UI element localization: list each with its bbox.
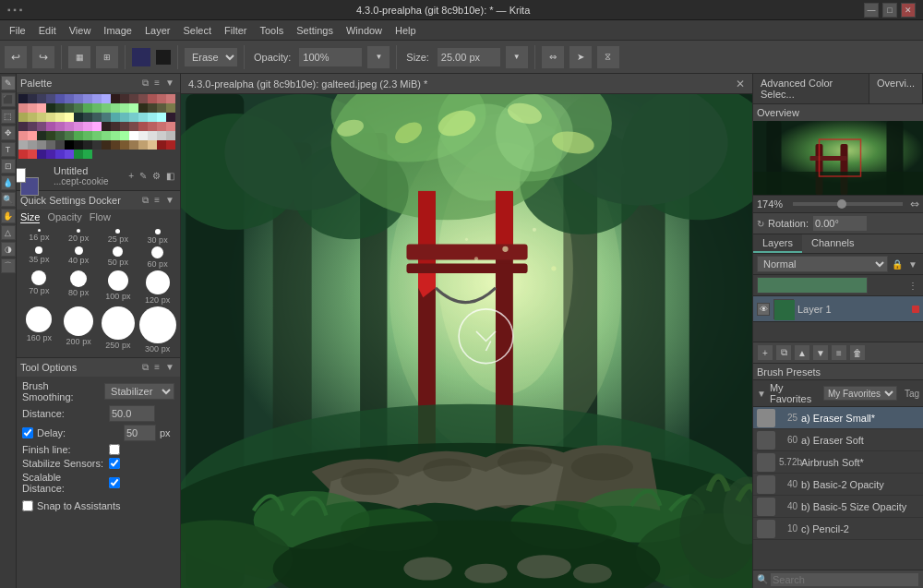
color-swatch-1[interactable] <box>28 94 37 103</box>
to-float-button[interactable]: ⧉ <box>140 362 150 373</box>
color-swatch-21[interactable] <box>55 103 65 113</box>
color-swatch-97[interactable] <box>129 140 138 150</box>
color-swatch-81[interactable] <box>138 131 148 140</box>
brush-size-item-11[interactable]: 120 px <box>138 270 176 305</box>
color-swatch-80[interactable] <box>129 131 138 140</box>
favorites-select[interactable]: My Favorites <box>823 386 897 401</box>
color-swatch-38[interactable] <box>55 113 65 122</box>
blend-mode-select[interactable]: Normal <box>757 256 888 272</box>
color-swatch-27[interactable] <box>111 103 120 113</box>
color-swatch-4[interactable] <box>55 94 65 103</box>
tab-opacity[interactable]: Opacity <box>47 211 81 223</box>
color-swatch-91[interactable] <box>74 140 83 150</box>
color-swatch-16[interactable] <box>166 94 175 103</box>
color-swatch-32[interactable] <box>157 103 166 113</box>
color-swatch-45[interactable] <box>120 113 129 122</box>
color-swatch-19[interactable] <box>37 103 46 113</box>
color-swatch-8[interactable] <box>92 94 102 103</box>
tool-shape[interactable]: △ <box>1 225 16 240</box>
tool-select[interactable]: ⬚ <box>1 109 16 124</box>
delay-input[interactable] <box>124 425 156 441</box>
palette-float-button[interactable]: ⧉ <box>140 78 150 89</box>
menu-item-layer[interactable]: Layer <box>139 23 176 38</box>
tool-fill[interactable]: ⬛ <box>1 92 16 107</box>
color-swatch-7[interactable] <box>83 94 92 103</box>
color-swatch-42[interactable] <box>92 113 102 122</box>
color-swatch-86[interactable] <box>28 140 37 150</box>
color-swatch-87[interactable] <box>37 140 46 150</box>
brush-preset-item-1[interactable]: 60a) Eraser Soft <box>753 429 923 451</box>
to-collapse-button[interactable]: ▼ <box>163 362 176 373</box>
color-swatch-34[interactable] <box>18 113 28 122</box>
brush-size-item-10[interactable]: 100 px <box>100 270 138 305</box>
tool-gradient[interactable]: ◑ <box>1 242 16 257</box>
color-swatch-54[interactable] <box>46 122 55 131</box>
color-swatch-61[interactable] <box>111 122 120 131</box>
color-swatch-5[interactable] <box>65 94 74 103</box>
color-swatch-44[interactable] <box>111 113 120 122</box>
color-swatch-108[interactable] <box>74 150 83 159</box>
palette-settings-button[interactable]: ⚙ <box>150 171 162 181</box>
color-swatch-6[interactable] <box>74 94 83 103</box>
menu-item-file[interactable]: File <box>4 23 31 38</box>
qs-menu-button[interactable]: ≡ <box>152 195 162 206</box>
color-swatch-3[interactable] <box>46 94 55 103</box>
color-swatch-17[interactable] <box>18 103 28 113</box>
opacity-arrow-button[interactable]: ▼ <box>366 45 390 69</box>
color-swatch-12[interactable] <box>129 94 138 103</box>
palette-remove-button[interactable]: ✎ <box>138 171 149 181</box>
color-swatch-92[interactable] <box>83 140 92 150</box>
color-swatch-9[interactable] <box>102 94 111 103</box>
color-swatch-63[interactable] <box>129 122 138 131</box>
finish-line-checkbox[interactable] <box>109 444 120 455</box>
redo-button[interactable]: ↪ <box>31 45 55 69</box>
color-swatch-0[interactable] <box>18 94 28 103</box>
color-swatch-35[interactable] <box>28 113 37 122</box>
color-swatch-76[interactable] <box>92 131 102 140</box>
color-swatch-18[interactable] <box>28 103 37 113</box>
palette-view-button[interactable]: ◧ <box>164 171 176 181</box>
palette-add-button[interactable]: + <box>126 171 136 181</box>
color-swatch-11[interactable] <box>120 94 129 103</box>
brush-size-item-9[interactable]: 80 px <box>60 270 98 305</box>
menu-item-edit[interactable]: Edit <box>33 23 62 38</box>
color-swatch-10[interactable] <box>111 94 120 103</box>
layer-opacity-input[interactable]: Opacity: 100% <box>757 277 868 294</box>
tab-size[interactable]: Size <box>20 211 40 223</box>
layer-duplicate-button[interactable]: ⧉ <box>775 344 792 361</box>
brush-size-item-4[interactable]: 35 px <box>20 246 58 269</box>
menu-item-tools[interactable]: Tools <box>255 23 290 38</box>
brush-size-item-7[interactable]: 60 px <box>138 246 176 269</box>
size-arrow-button[interactable]: ▼ <box>505 45 529 69</box>
color-swatch-41[interactable] <box>83 113 92 122</box>
brush-smoothing-select[interactable]: Stabilizer <box>104 383 174 400</box>
direction-button[interactable]: ➤ <box>569 45 593 69</box>
color-swatch-15[interactable] <box>157 94 166 103</box>
color-swatch-13[interactable] <box>138 94 148 103</box>
color-swatch-49[interactable] <box>157 113 166 122</box>
color-swatch-83[interactable] <box>157 131 166 140</box>
color-swatch-93[interactable] <box>92 140 102 150</box>
color-swatch-88[interactable] <box>46 140 55 150</box>
color-swatch-104[interactable] <box>37 150 46 159</box>
color-swatch-79[interactable] <box>120 131 129 140</box>
brush-mode-select[interactable]: Erase <box>184 47 238 67</box>
brush-size-item-0[interactable]: 16 px <box>20 229 58 245</box>
color-swatch-48[interactable] <box>148 113 157 122</box>
color-swatch-100[interactable] <box>157 140 166 150</box>
color-swatch-2[interactable] <box>37 94 46 103</box>
color-swatch-29[interactable] <box>129 103 138 113</box>
color-swatch-43[interactable] <box>102 113 111 122</box>
delay-checkbox[interactable] <box>22 427 33 438</box>
color-swatch-59[interactable] <box>92 122 102 131</box>
color-swatch-39[interactable] <box>65 113 74 122</box>
color-swatch-37[interactable] <box>46 113 55 122</box>
color-swatch-95[interactable] <box>111 140 120 150</box>
brush-size-item-15[interactable]: 300 px <box>138 306 176 354</box>
qs-collapse-button[interactable]: ▼ <box>163 195 176 206</box>
tag-button[interactable]: Tag <box>905 389 919 399</box>
blend-more-button[interactable]: ▼ <box>906 259 919 270</box>
background-color-swatch[interactable] <box>17 168 26 183</box>
tool-move[interactable]: ✥ <box>1 126 16 140</box>
brush-size-item-2[interactable]: 25 px <box>100 229 138 245</box>
